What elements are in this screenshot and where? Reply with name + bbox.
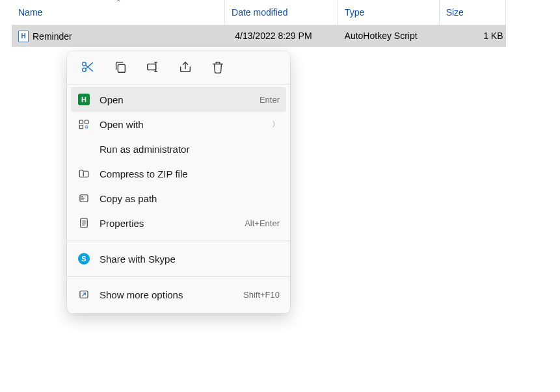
copy-button[interactable] [111,58,129,76]
menu-label: Open with [100,119,263,130]
menu-label: Compress to ZIP file [100,168,280,179]
column-header-date[interactable]: Date modified [225,0,338,25]
svg-rect-8 [79,120,83,124]
autohotkey-app-icon: H [77,93,90,106]
show-more-icon [77,288,90,301]
svg-rect-4 [118,64,125,72]
column-header-row: Name ⌃ Date modified Type Size [12,0,506,25]
column-header-size[interactable]: Size [439,0,505,25]
menu-item-compress-zip[interactable]: Compress to ZIP file [71,161,286,186]
cut-button[interactable] [79,58,97,76]
menu-label: Open [100,94,250,105]
menu-item-share-skype[interactable]: S Share with Skype [71,246,286,271]
menu-item-open-with[interactable]: Open with 〉 [71,112,286,137]
file-row-selected[interactable]: H Reminder 4/13/2022 8:29 PM AutoHotkey … [12,25,506,47]
scissors-icon [81,60,95,74]
file-size-label: 1 KB [439,25,505,47]
delete-button[interactable] [209,58,227,76]
chevron-right-icon: 〉 [272,119,280,130]
trash-icon [211,60,225,74]
column-label: Date modified [232,7,287,18]
zip-folder-icon [77,167,90,180]
svg-rect-9 [85,120,88,124]
svg-line-22 [83,293,86,296]
menu-item-show-more[interactable]: Show more options Shift+F10 [71,282,286,307]
share-button[interactable] [176,58,194,76]
svg-rect-5 [148,64,156,70]
column-label: Size [446,7,464,18]
menu-item-properties[interactable]: Properties Alt+Enter [71,211,286,235]
open-with-icon [77,118,90,131]
file-list-table: Name ⌃ Date modified Type Size H Reminde… [12,0,506,47]
column-label: Type [345,7,364,18]
menu-label: Properties [100,218,235,229]
sort-ascending-icon: ⌃ [116,0,121,6]
copy-path-icon [77,192,90,205]
menu-divider [67,276,290,277]
menu-accelerator: Enter [260,95,280,105]
menu-divider [67,241,290,241]
menu-item-run-admin[interactable]: Run as administrator [71,137,286,161]
autohotkey-file-icon: H [18,31,29,42]
properties-icon [77,216,90,229]
context-menu: H Open Enter Open with 〉 Run as administ… [67,51,290,313]
rename-button[interactable] [144,58,162,76]
share-icon [178,60,193,74]
menu-item-open[interactable]: H Open Enter [71,87,286,112]
menu-label: Run as administrator [100,144,280,155]
file-type-label: AutoHotkey Script [338,25,440,47]
skype-icon: S [77,252,90,265]
column-label: Name [18,7,42,18]
menu-item-copy-path[interactable]: Copy as path [71,186,286,211]
svg-rect-10 [79,125,83,129]
menu-label: Copy as path [100,193,280,204]
column-header-type[interactable]: Type [338,0,440,25]
menu-label: Share with Skype [100,254,280,265]
rename-icon [146,60,160,74]
column-header-name[interactable]: Name ⌃ [12,0,225,25]
file-name-label: Reminder [33,31,72,42]
file-date-label: 4/13/2022 8:29 PM [225,25,338,47]
menu-accelerator: Shift+F10 [243,290,280,300]
copy-icon [113,60,127,74]
menu-accelerator: Alt+Enter [245,218,280,228]
menu-label: Show more options [100,289,234,300]
blank-icon [77,142,90,155]
quick-action-bar [67,51,290,85]
